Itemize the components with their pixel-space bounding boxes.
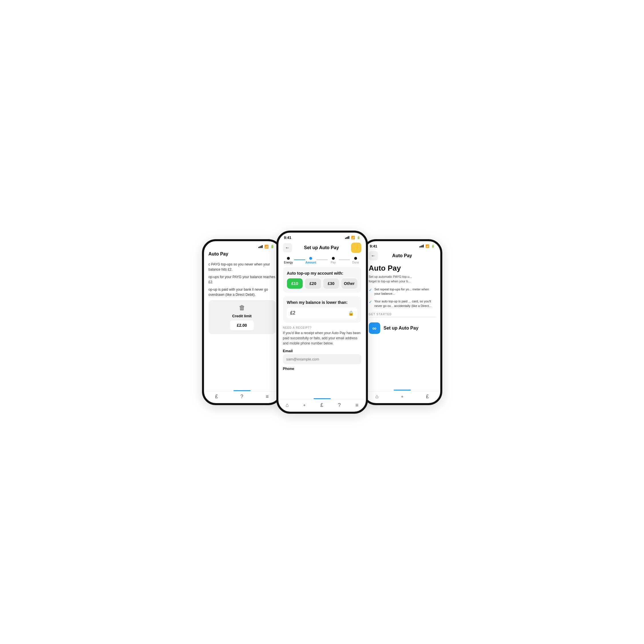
- setup-btn-icon: ∞: [369, 322, 380, 334]
- center-status-bar: 9:41 📶 🔋: [278, 233, 366, 241]
- right-back-icon: ←: [371, 253, 376, 258]
- amount-options: £10 £20 £30 Other: [287, 278, 357, 289]
- center-content: Auto top-up my account with: £10 £20 £30…: [278, 265, 366, 374]
- right-nav-pound[interactable]: £: [426, 394, 429, 400]
- nav-icon-menu[interactable]: ≡: [266, 394, 269, 400]
- left-bottom-nav: £ ? ≡: [204, 391, 280, 403]
- receipt-description: If you'd like a receipt when your Auto P…: [283, 330, 361, 346]
- step-dot-done: [354, 257, 357, 260]
- credit-limit-label: Credit limit: [232, 314, 252, 318]
- signal-icon: [258, 245, 263, 248]
- credit-card: 🗑 Credit limit £2.00: [209, 300, 276, 334]
- center-lightning-button[interactable]: ⚡: [351, 243, 361, 253]
- email-label: Email: [283, 349, 361, 353]
- center-bottom-nav: ⌂ ⌖ £ ? ≡: [278, 400, 366, 412]
- get-started-label: GET STARTED: [364, 310, 440, 317]
- right-bottom-nav: ⌂ ⌖ £: [364, 391, 440, 403]
- right-nav-home[interactable]: ⌂: [375, 394, 379, 400]
- phone-label: Phone: [283, 366, 361, 371]
- center-nav-bar: ← Set up Auto Pay ⚡: [278, 241, 366, 255]
- nav-menu[interactable]: ≡: [355, 402, 358, 408]
- check-text-1: Set repeat top-ups for yo... meter when …: [374, 287, 436, 296]
- left-detail-text: op-ups for your PAYG your balance reache…: [209, 274, 276, 285]
- step-label-amount: Amount: [305, 261, 316, 264]
- right-nav-title: Auto Pay: [392, 253, 412, 258]
- right-status-icons: 📶 🔋: [419, 244, 435, 248]
- step-done: Done: [350, 257, 361, 264]
- left-header-title: Auto Pay: [209, 251, 228, 257]
- credit-limit-value: £2.00: [237, 323, 247, 328]
- trash-icon[interactable]: 🗑: [239, 304, 245, 312]
- right-nav-bar: ← Auto Pay: [364, 249, 440, 263]
- topup-card-title: Auto top-up my account with:: [287, 271, 357, 276]
- phone-center: 9:41 📶 🔋 ← Set up Auto Pay ⚡: [276, 231, 368, 414]
- right-nav-activity[interactable]: ⌖: [401, 394, 403, 399]
- battery-icon: 🔋: [270, 245, 274, 248]
- check-icon-2: ✓: [369, 300, 372, 304]
- center-time: 9:41: [284, 235, 292, 240]
- check-item-1: ✓ Set repeat top-ups for yo... meter whe…: [364, 286, 440, 297]
- right-wifi-icon: 📶: [425, 244, 429, 248]
- center-status-icons: 📶 🔋: [345, 236, 360, 239]
- left-bank-text: op-up is paid with your bank ll never go…: [209, 287, 276, 297]
- check-text-2: Your auto top-up is paid ... card, so yo…: [374, 299, 436, 308]
- step-label-energy: Energy: [284, 261, 293, 264]
- center-wifi-icon: 📶: [351, 236, 355, 239]
- connector-1: [294, 259, 305, 260]
- receipt-section: NEED A RECEIPT? If you'd like a receipt …: [283, 326, 361, 371]
- credit-limit-value-box: £2.00: [230, 320, 254, 330]
- topup-card: Auto top-up my account with: £10 £20 £30…: [283, 267, 361, 293]
- setup-btn-label: Set up Auto Pay: [384, 326, 419, 331]
- balance-card: When my balance is lower than: £2 🔒: [283, 296, 361, 323]
- receipt-section-label: NEED A RECEIPT?: [283, 326, 361, 329]
- nav-help[interactable]: ?: [338, 402, 341, 408]
- center-lightning-icon: ⚡: [353, 245, 359, 251]
- left-content: c PAYG top-ups so you never when your ba…: [204, 259, 280, 337]
- amount-btn-10[interactable]: £10: [287, 278, 303, 289]
- check-icon-1: ✓: [369, 288, 372, 292]
- step-label-pay: Pay: [331, 261, 336, 264]
- right-description: Set up automatic PAYG top-u...forget to …: [364, 274, 440, 284]
- right-main-title: Auto Pay: [364, 263, 440, 274]
- connector-2: [316, 259, 328, 260]
- right-time: 9:41: [370, 244, 377, 248]
- nav-icon-pound[interactable]: £: [215, 394, 218, 400]
- step-amount: Amount: [305, 257, 316, 264]
- nav-icon-help[interactable]: ?: [240, 394, 243, 400]
- right-back-button[interactable]: ←: [369, 251, 378, 260]
- phone-right: 9:41 📶 🔋 ← Auto Pay Auto Pay S: [362, 239, 442, 405]
- status-icons-left: 📶 🔋: [258, 245, 274, 249]
- scene: 📶 🔋 Auto Pay c PAYG top-ups so you never…: [165, 231, 479, 414]
- right-battery-icon: 🔋: [431, 245, 435, 248]
- center-battery-icon: 🔋: [357, 236, 360, 239]
- step-dot-amount: [309, 257, 312, 260]
- right-signal-icon: [419, 245, 424, 247]
- amount-btn-other[interactable]: Other: [341, 278, 357, 289]
- connector-3: [339, 259, 350, 260]
- center-stepper: Energy Amount Pay Done: [278, 255, 366, 265]
- center-back-icon: ←: [285, 245, 290, 250]
- infinity-icon: ∞: [372, 325, 376, 332]
- step-label-done: Done: [352, 261, 359, 264]
- phone-left: 📶 🔋 Auto Pay c PAYG top-ups so you never…: [202, 239, 282, 405]
- nav-pound[interactable]: £: [320, 402, 323, 408]
- center-signal-icon: [345, 236, 349, 239]
- balance-field: £2 🔒: [287, 308, 357, 319]
- email-input[interactable]: [283, 354, 361, 364]
- nav-home[interactable]: ⌂: [286, 402, 289, 408]
- left-nav-bar: Auto Pay: [204, 250, 280, 259]
- wifi-icon: 📶: [264, 245, 269, 249]
- amount-btn-30[interactable]: £30: [323, 278, 339, 289]
- step-dot-pay: [332, 257, 335, 260]
- step-pay: Pay: [328, 257, 339, 264]
- left-intro-text: c PAYG top-ups so you never when your ba…: [209, 262, 276, 272]
- center-nav-title: Set up Auto Pay: [304, 245, 339, 250]
- amount-btn-20[interactable]: £20: [305, 278, 321, 289]
- setup-auto-pay-button[interactable]: ∞ Set up Auto Pay: [364, 320, 440, 336]
- step-energy: Energy: [283, 257, 294, 264]
- nav-activity[interactable]: ⌖: [303, 403, 306, 408]
- center-back-button[interactable]: ←: [283, 243, 292, 252]
- right-status-bar: 9:41 📶 🔋: [364, 241, 440, 249]
- balance-card-title: When my balance is lower than:: [287, 300, 357, 305]
- balance-value: £2: [290, 310, 296, 316]
